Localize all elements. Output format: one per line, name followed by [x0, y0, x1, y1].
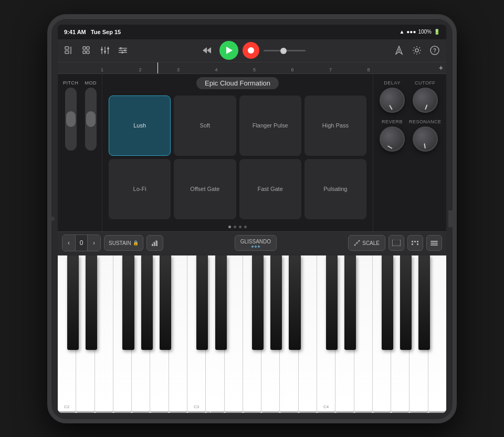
black-key-14[interactable] — [418, 255, 430, 350]
timeline-mark-2: 2 — [138, 67, 176, 73]
mixer-button[interactable] — [98, 43, 112, 58]
play-button[interactable] — [219, 41, 238, 60]
black-key-0[interactable] — [67, 255, 79, 350]
wifi-icon: ▲ — [399, 29, 404, 35]
sliders-row: PITCH MOD — [63, 80, 97, 151]
home-button[interactable] — [448, 210, 454, 227]
list-view-button[interactable] — [426, 235, 442, 251]
resonance-knob[interactable] — [413, 126, 438, 152]
signal-icon: ●●● — [406, 29, 416, 35]
patch-name[interactable]: Epic Cloud Formation — [196, 77, 279, 89]
octave-value: 0 — [75, 235, 88, 251]
sound-pad-pulsating[interactable]: Pulsating — [304, 159, 366, 219]
record-button[interactable] — [243, 42, 259, 59]
smart-controls-button[interactable] — [116, 43, 130, 58]
white-key-20[interactable] — [428, 255, 446, 413]
settings-button[interactable] — [410, 43, 424, 58]
dot-1 — [228, 226, 231, 228]
rewind-button[interactable] — [198, 42, 215, 59]
black-key-4[interactable] — [160, 255, 171, 350]
scale-button[interactable]: SCALE — [348, 235, 385, 251]
resonance-knob-item: RESONANCE — [409, 119, 442, 152]
timeline-mark-7: 7 — [328, 67, 366, 73]
new-track-button[interactable] — [62, 43, 77, 58]
white-key-9[interactable] — [225, 255, 243, 413]
mod-thumb[interactable] — [86, 111, 96, 127]
black-key-8[interactable] — [270, 255, 282, 350]
arp-button[interactable] — [146, 235, 163, 251]
octave-up-button[interactable]: › — [88, 235, 100, 251]
svg-rect-41 — [417, 243, 418, 245]
battery-icon: 🔋 — [434, 29, 440, 35]
black-key-7[interactable] — [252, 255, 264, 350]
svg-rect-10 — [101, 49, 103, 50]
pitch-thumb[interactable] — [66, 111, 76, 127]
svg-rect-3 — [83, 47, 86, 49]
reverb-label: REVERB — [382, 119, 403, 124]
svg-marker-19 — [203, 47, 207, 54]
white-key-13[interactable] — [299, 255, 317, 413]
black-key-2[interactable] — [122, 255, 134, 350]
patch-name-bar: Epic Cloud Formation — [102, 74, 373, 92]
delay-knob[interactable] — [380, 88, 405, 113]
add-section-button[interactable]: + — [439, 63, 443, 72]
sustain-button[interactable]: SUSTAIN 🔒 — [104, 235, 143, 251]
sound-pad-flanger-pulse[interactable]: Flanger Pulse — [239, 95, 301, 156]
camera-dot — [50, 217, 55, 221]
white-key-16[interactable] — [354, 255, 373, 413]
scale-icon — [354, 240, 360, 246]
black-key-11[interactable] — [344, 255, 356, 350]
black-key-13[interactable] — [400, 255, 412, 350]
tempo-track[interactable] — [264, 50, 306, 51]
cutoff-indicator — [425, 104, 427, 110]
black-key-9[interactable] — [289, 255, 300, 350]
octave-control[interactable]: ‹ 0 › — [62, 235, 101, 251]
svg-point-18 — [121, 51, 123, 54]
svg-rect-44 — [430, 243, 438, 244]
sound-pad-soft[interactable]: Soft — [174, 95, 236, 156]
octave-down-button[interactable]: ‹ — [62, 235, 75, 251]
ipad-frame: 9:41 AM Tue Sep 15 ▲ ●●● 100% 🔋 — [47, 14, 457, 423]
tempo-slider[interactable] — [264, 50, 306, 51]
pattern-button[interactable] — [407, 235, 423, 251]
center-panel: Epic Cloud Formation Lush Soft Flanger P… — [102, 74, 373, 231]
metronome-button[interactable] — [392, 43, 406, 58]
svg-point-17 — [124, 49, 126, 51]
svg-rect-35 — [393, 240, 395, 243]
white-key-6[interactable] — [169, 255, 187, 413]
timeline-mark-8: 8 — [366, 67, 405, 73]
status-right: ▲ ●●● 100% 🔋 — [399, 29, 440, 35]
status-bar: 9:41 AM Tue Sep 15 ▲ ●●● 100% 🔋 — [58, 25, 446, 39]
mod-slider[interactable] — [85, 88, 97, 151]
black-key-3[interactable] — [141, 255, 153, 350]
black-key-12[interactable] — [382, 255, 393, 350]
black-key-10[interactable] — [326, 255, 338, 350]
right-panel: DELAY CUTOFF REVERB — [373, 74, 446, 231]
timeline[interactable]: 1 2 3 4 5 6 7 8 + — [58, 62, 446, 74]
reverb-knob[interactable] — [380, 126, 405, 152]
key-label-14: C4 — [323, 404, 329, 409]
pitch-slider[interactable] — [65, 88, 77, 151]
sound-pad-fast-gate[interactable]: Fast Gate — [239, 159, 301, 219]
piano-section: C2C3C4 — [58, 254, 446, 413]
sound-pad-offset-gate[interactable]: Offset Gate — [174, 159, 236, 219]
cutoff-knob[interactable] — [413, 88, 438, 113]
dot-3 — [239, 226, 242, 228]
delay-label: DELAY — [384, 80, 400, 86]
timeline-mark-1: 1 — [100, 67, 138, 73]
sound-pad-lo-fi[interactable]: Lo-Fi — [109, 159, 171, 219]
black-key-5[interactable] — [196, 255, 208, 350]
svg-rect-12 — [107, 48, 109, 49]
delay-knob-item: DELAY — [380, 80, 405, 113]
glissando-button[interactable]: GLISSANDO — [235, 235, 277, 251]
white-key-2[interactable] — [95, 255, 113, 413]
tempo-thumb[interactable] — [280, 48, 287, 54]
keyboard-view-button[interactable] — [388, 235, 404, 251]
sound-pad-lush[interactable]: Lush — [109, 95, 171, 156]
sound-pad-high-pass[interactable]: High Pass — [304, 95, 366, 156]
knobs-grid: DELAY CUTOFF REVERB — [380, 80, 440, 152]
black-key-1[interactable] — [86, 255, 97, 350]
help-button[interactable]: ? — [427, 43, 442, 58]
track-view-button[interactable] — [80, 43, 94, 58]
black-key-6[interactable] — [215, 255, 227, 350]
